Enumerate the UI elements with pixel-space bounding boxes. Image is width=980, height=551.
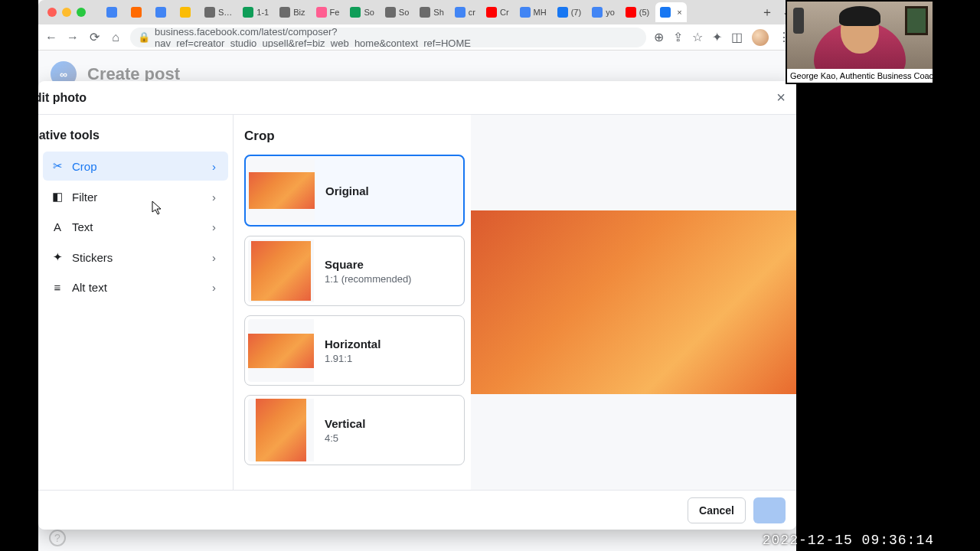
crop-thumb <box>248 319 314 382</box>
favicon-icon <box>557 7 568 18</box>
favicon-icon <box>131 7 142 18</box>
tab-label: So <box>399 8 409 17</box>
favicon-icon <box>243 7 253 18</box>
browser-tab[interactable]: Sh <box>415 2 448 22</box>
nav-reload-button[interactable]: ⟳ <box>87 31 101 44</box>
bookmark-icon[interactable]: ☆ <box>692 30 703 44</box>
save-button[interactable] <box>753 497 786 523</box>
browser-tab[interactable]: cr <box>450 2 480 22</box>
window-close-dot[interactable] <box>47 8 57 17</box>
browser-tab[interactable]: Cr <box>482 2 514 22</box>
preview-image[interactable] <box>471 210 796 394</box>
browser-tab[interactable]: × <box>655 2 686 22</box>
favicon-icon <box>106 7 117 18</box>
chevron-right-icon: › <box>212 281 216 294</box>
browser-tab[interactable]: (5) <box>621 2 654 22</box>
send-tab-icon[interactable]: ⇪ <box>673 30 683 44</box>
browser-tab[interactable]: Fe <box>312 2 345 22</box>
thumbnail-image <box>251 241 311 301</box>
tab-label: Biz <box>293 8 305 17</box>
tabstrip: S…1-1BizFeSoSoShcrCrMH(7)yo(5)× <box>91 0 753 24</box>
tab-label: Fe <box>330 8 340 17</box>
crop-option-name: Original <box>325 184 369 197</box>
zoom-icon[interactable]: ⊕ <box>654 30 664 44</box>
favicon-icon <box>455 7 466 18</box>
crop-option-vertical[interactable]: Vertical4:5 <box>244 395 465 465</box>
crop-option-horizontal[interactable]: Horizontal1.91:1 <box>244 315 465 386</box>
crop-option-ratio: 1:1 (recommended) <box>325 273 411 285</box>
nav-forward-button[interactable]: → <box>66 31 80 44</box>
favicon-icon <box>155 7 166 18</box>
tab-label: yo <box>606 8 615 17</box>
browser-tab[interactable]: MH <box>515 2 551 22</box>
browser-tab[interactable]: yo <box>587 2 619 22</box>
favicon-icon <box>520 7 531 18</box>
window-zoom-dot[interactable] <box>77 8 86 17</box>
favicon-icon <box>486 7 497 18</box>
browser-tab[interactable]: 1-1 <box>238 2 273 22</box>
tool-filter[interactable]: ◧Filter› <box>43 182 228 211</box>
tab-label: (7) <box>571 8 581 17</box>
new-tab-button[interactable]: ＋ <box>759 5 776 21</box>
tab-label: S… <box>218 8 232 17</box>
wall-frame-icon <box>905 6 928 35</box>
browser-tab[interactable] <box>151 2 174 22</box>
window-minimize-dot[interactable] <box>62 8 71 17</box>
crop-option-square[interactable]: Square1:1 (recommended) <box>244 236 465 306</box>
browser-tab[interactable]: Biz <box>275 2 309 22</box>
tool-label: Crop <box>72 160 97 173</box>
modal-close-button[interactable]: × <box>776 89 786 106</box>
lock-icon: 🔒 <box>138 31 150 43</box>
favicon-icon <box>180 7 191 18</box>
url-text: business.facebook.com/latest/composer?na… <box>155 28 639 47</box>
mac-titlebar: S…1-1BizFeSoSoShcrCrMH(7)yo(5)× ＋ ⌄ <box>38 0 796 24</box>
tool-label: Filter <box>72 191 97 204</box>
alttext-icon: ≡ <box>51 281 64 294</box>
browser-tab[interactable]: So <box>381 2 413 22</box>
crop-option-name: Vertical <box>325 417 365 430</box>
tool-alttext[interactable]: ≡Alt text› <box>43 273 228 302</box>
thumbnail-image <box>249 172 315 209</box>
tab-label: MH <box>534 8 547 17</box>
creative-tools-sidebar: Creative tools ✂Crop›◧Filter›AText›✦Stic… <box>38 115 234 490</box>
tab-label: (5) <box>639 8 649 17</box>
favicon-icon <box>592 7 603 18</box>
profile-avatar[interactable] <box>752 29 769 46</box>
recording-timestamp: 2022-12-15 09:36:14 <box>763 533 934 548</box>
modal-footer: Cancel <box>38 490 796 530</box>
browser-tab[interactable] <box>175 2 198 22</box>
url-box[interactable]: 🔒 business.facebook.com/latest/composer?… <box>130 28 646 47</box>
chevron-right-icon: › <box>212 160 216 173</box>
modal-header: Edit photo × <box>38 81 796 115</box>
sidepanel-icon[interactable]: ◫ <box>731 30 743 44</box>
crop-option-name: Horizontal <box>325 337 381 350</box>
tool-label: Stickers <box>72 251 113 264</box>
nav-back-button[interactable]: ← <box>44 31 58 44</box>
creative-tools-heading: Creative tools <box>38 129 233 150</box>
cancel-button[interactable]: Cancel <box>688 497 746 523</box>
stickers-icon: ✦ <box>51 250 64 264</box>
text-icon: A <box>51 220 64 233</box>
browser-tab[interactable]: (7) <box>553 2 586 22</box>
tool-stickers[interactable]: ✦Stickers› <box>43 243 228 272</box>
browser-tab[interactable]: S… <box>200 2 237 22</box>
crop-option-original[interactable]: Original <box>244 155 465 227</box>
tab-label: Cr <box>500 8 509 17</box>
nav-home-button[interactable]: ⌂ <box>109 31 122 44</box>
favicon-icon <box>385 7 396 18</box>
fb-page: ∞ Create post ? Edit photo × Creative to… <box>38 51 796 551</box>
browser-tab[interactable] <box>126 2 149 22</box>
tool-text[interactable]: AText› <box>43 213 228 241</box>
extensions-icon[interactable]: ✦ <box>712 30 722 44</box>
tab-close-icon[interactable]: × <box>677 8 681 17</box>
filter-icon: ◧ <box>51 190 64 204</box>
browser-tab[interactable]: So <box>345 2 378 22</box>
tab-label: 1-1 <box>256 8 269 17</box>
crop-options: Crop OriginalSquare1:1 (recommended)Hori… <box>234 115 471 490</box>
tool-crop[interactable]: ✂Crop› <box>43 152 228 181</box>
crop-panel: Crop OriginalSquare1:1 (recommended)Hori… <box>234 115 796 490</box>
address-bar: ← → ⟳ ⌂ 🔒 business.facebook.com/latest/c… <box>38 24 796 51</box>
browser-tab[interactable] <box>102 2 125 22</box>
webcam-overlay: George Kao, Authentic Business Coach <box>786 0 934 84</box>
chevron-right-icon: › <box>212 220 216 233</box>
